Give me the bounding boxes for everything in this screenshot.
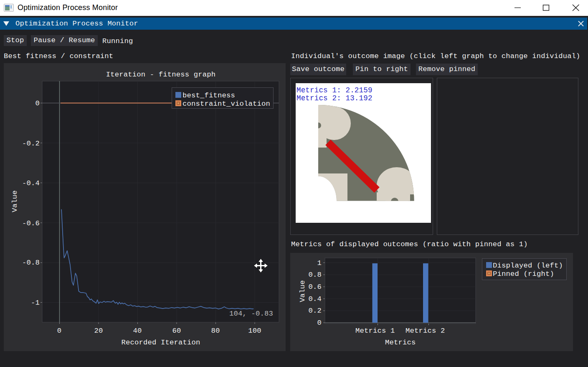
svg-text:Metrics 1: 2.2159: Metrics 1: 2.2159 [297, 86, 373, 94]
svg-text:Metrics 2: 13.192: Metrics 2: 13.192 [297, 94, 373, 102]
